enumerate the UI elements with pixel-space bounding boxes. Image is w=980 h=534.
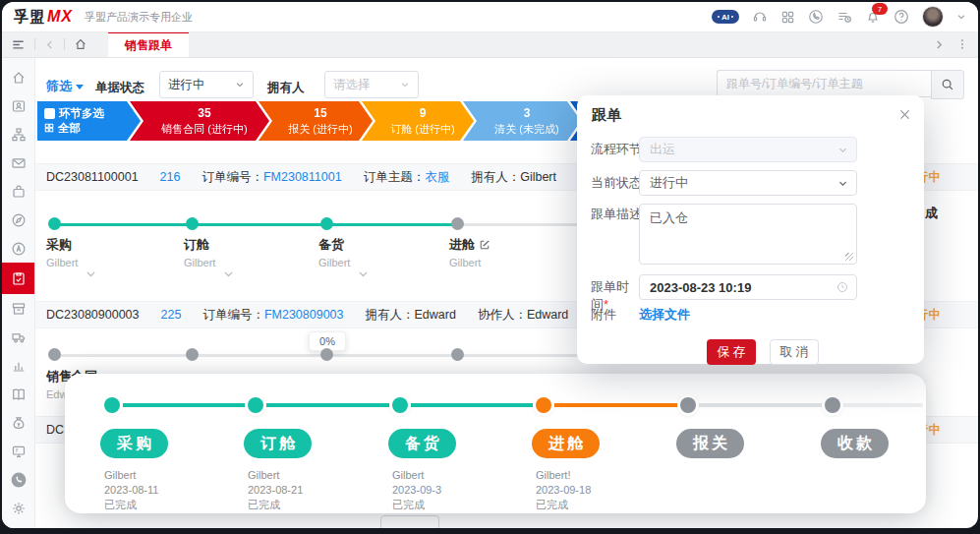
expand-step-chevron[interactable] [222,267,235,280]
sidebar-item-finance[interactable] [2,408,34,437]
headset-support-button[interactable] [752,9,768,25]
order-no-link[interactable]: FM230811001 [263,170,342,184]
tab-menu-kebab-icon[interactable] [956,38,968,50]
resize-grip-icon[interactable] [845,253,853,261]
zoom-step-pill[interactable]: 进舱 [532,429,600,458]
tabs-scroll-right-icon[interactable] [934,39,945,50]
order-doc-no: DC [46,423,64,437]
collapse-menu-icon[interactable] [11,37,26,52]
phone-contact-button[interactable] [808,9,824,25]
search-icon [941,78,954,91]
sidebar-item-org[interactable] [2,120,34,148]
edit-step-icon[interactable] [479,239,490,251]
user-avatar[interactable] [922,6,944,28]
owner-label: 拥有人： [471,170,520,184]
sidebar-item-sales-tracking[interactable] [2,263,34,294]
zoom-dot[interactable] [392,397,408,413]
cancel-button[interactable]: 取消 [770,339,819,365]
zoom-line-done [112,403,544,407]
avatar-chevron-icon[interactable] [956,12,966,22]
caret-down-icon [76,85,84,89]
zoom-dot[interactable] [825,397,840,413]
time-input[interactable]: 2023-08-23 10:19 [639,274,857,300]
chevron-down-icon [837,178,848,189]
timeline-dot[interactable] [320,217,333,230]
timeline-dot[interactable] [451,217,464,230]
timeline-dot[interactable] [48,348,61,361]
order-no-link[interactable]: FM230809003 [264,308,344,322]
filter-toggle[interactable]: 筛选 [46,78,84,95]
description-textarea[interactable]: 已入仓 [639,204,857,265]
nav-back-icon[interactable] [44,39,55,50]
sidebar-item-mail[interactable] [2,148,34,177]
zoom-dot[interactable] [536,397,551,413]
zoom-dot[interactable] [680,397,696,413]
sidebar-item-settings[interactable] [2,494,34,522]
owner-filter-select[interactable]: 请选择 [324,71,419,98]
subject-label: 订单主题： [364,170,426,184]
zoom-step-pill[interactable]: 报关 [676,429,744,458]
expand-step-chevron[interactable] [357,267,370,280]
zoom-step-pill[interactable]: 采购 [100,429,168,458]
sidebar-item-ledger[interactable] [2,380,34,408]
home-icon[interactable] [74,37,87,51]
stage-clearance[interactable]: 3清关 (未完成) [463,101,581,141]
subject-link[interactable]: 衣服 [425,170,449,184]
close-icon [898,108,911,121]
sidebar-item-whatsapp[interactable] [2,465,34,494]
sidebar-item-home[interactable] [2,63,34,91]
zoom-dot[interactable] [104,397,120,413]
timeline-dot[interactable] [48,217,61,230]
zoom-step-pill[interactable]: 订舱 [244,429,312,458]
search-input[interactable] [717,70,932,97]
expand-step-chevron[interactable] [85,267,97,280]
archive-icon [11,301,27,317]
timeline-dot[interactable] [186,348,199,361]
description-field-label: 跟单描述 [591,206,642,223]
partially-hidden-button[interactable] [380,515,439,528]
sidebar-item-archive[interactable] [2,294,34,323]
timeline-dot[interactable] [451,348,464,361]
stage-customs[interactable]: 15报关 (进行中) [259,101,373,141]
order-count-link[interactable]: 225 [161,308,182,322]
notifications-button[interactable]: 7 [865,9,881,25]
sidebar-item-logistics[interactable] [2,323,34,351]
save-button[interactable]: 保存 [707,339,756,365]
bag-icon [11,184,27,200]
sidebar-item-workbench[interactable] [2,437,34,465]
task-list-button[interactable] [836,9,852,25]
ai-assistant-button[interactable]: AI [712,10,739,24]
status-select[interactable]: 进行中 [639,170,857,196]
status-filter-label: 单据状态 [95,80,144,96]
settings-gear-icon [11,501,27,516]
stage-booking[interactable]: 9订舱 (进行中) [362,101,474,141]
choose-file-link[interactable]: 选择文件 [639,306,690,324]
grid-all-icon [44,123,54,133]
zoom-step-pill[interactable]: 收款 [821,429,889,458]
circle-a-icon [11,241,27,257]
timeline-dot[interactable] [186,217,199,230]
partially-hidden-text: 成 [925,205,938,222]
stage-flow-all[interactable]: 环节多选 全部 [37,101,141,141]
help-button[interactable] [894,9,909,25]
sidebar-item-discover[interactable] [2,206,34,234]
timeline-dot[interactable] [320,348,333,361]
sidebar-item-contacts[interactable] [2,91,34,120]
tab-sales-tracking[interactable]: 销售跟单 [108,31,189,57]
zoom-dot[interactable] [248,397,263,413]
zoom-step-info: Gilbert2023-08-21已完成 [248,468,303,512]
sidebar-item-products[interactable] [2,177,34,206]
stage-sales-contract[interactable]: 35销售合同 (进行中) [130,101,269,141]
sidebar-item-reports[interactable] [2,351,34,380]
multi-select-checkbox[interactable] [44,108,55,119]
apps-grid-button[interactable] [780,10,795,25]
order-count-link[interactable]: 216 [160,170,181,184]
modal-close-button[interactable] [898,108,911,121]
stage-select-disabled[interactable]: 出运 [639,137,857,162]
truck-icon [11,329,27,345]
search-button[interactable] [931,70,964,99]
headset-icon [752,9,768,25]
zoom-step-pill[interactable]: 备货 [388,429,456,458]
status-filter-select[interactable]: 进行中 [159,71,254,98]
sidebar-item-assistant[interactable] [2,234,34,263]
